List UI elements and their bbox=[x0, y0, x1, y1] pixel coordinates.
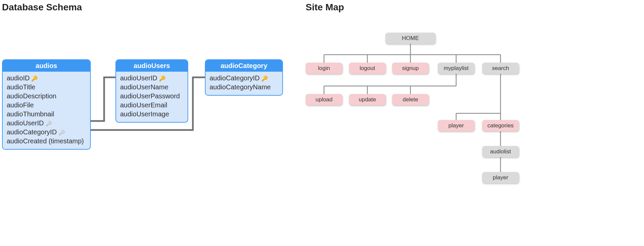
sitemap-node-myplaylist: myplaylist bbox=[438, 63, 474, 74]
db-field: audioFile bbox=[7, 101, 86, 110]
db-field: audioUserPassword bbox=[120, 92, 184, 101]
db-field: audioThumbnail bbox=[7, 110, 86, 119]
sitemap-node-delete: delete bbox=[392, 94, 429, 105]
schema-heading: Database Schema bbox=[2, 2, 82, 13]
db-field: audioUserName bbox=[120, 83, 184, 92]
db-table-title: audios bbox=[3, 60, 90, 72]
db-table-audios: audios audioID audioTitle audioDescripti… bbox=[2, 59, 91, 150]
sitemap-node-signup: signup bbox=[392, 63, 429, 74]
db-field: audioUserImage bbox=[120, 110, 184, 119]
sitemap-node-logout: logout bbox=[349, 63, 386, 74]
sitemap-node-player-2: player bbox=[482, 172, 519, 183]
sitemap-node-home: HOME bbox=[385, 33, 435, 44]
schema-connectors bbox=[0, 0, 644, 246]
db-field: audioUserEmail bbox=[120, 101, 184, 110]
sitemap-node-search: search bbox=[482, 63, 519, 74]
db-field: audioTitle bbox=[7, 83, 86, 92]
db-field: audioCategoryID bbox=[210, 74, 278, 83]
db-table-audiocategory: audioCategory audioCategoryID audioCateg… bbox=[205, 59, 283, 96]
db-field: audioUserID bbox=[7, 119, 86, 128]
db-field: audioDescription bbox=[7, 92, 86, 101]
db-field: audioCreated (timestamp) bbox=[7, 137, 86, 146]
db-table-title: audioUsers bbox=[116, 60, 188, 72]
db-table-audiousers: audioUsers audioUserID audioUserName aud… bbox=[115, 59, 188, 123]
db-field: audioID bbox=[7, 74, 86, 83]
db-field: audioUserID bbox=[120, 74, 184, 83]
db-field: audioCategoryID bbox=[7, 128, 86, 137]
sitemap-node-update: update bbox=[349, 94, 386, 105]
sitemap-node-player: player bbox=[438, 120, 474, 131]
sitemap-heading: Site Map bbox=[306, 2, 344, 13]
db-table-title: audioCategory bbox=[206, 60, 282, 72]
db-field: audioCategoryName bbox=[210, 83, 278, 92]
sitemap-node-login: login bbox=[306, 63, 342, 74]
sitemap-node-audiolist: audiolist bbox=[482, 146, 519, 157]
sitemap-connectors bbox=[0, 0, 644, 246]
sitemap-node-upload: upload bbox=[306, 94, 342, 105]
sitemap-node-categories: categories bbox=[482, 120, 519, 131]
